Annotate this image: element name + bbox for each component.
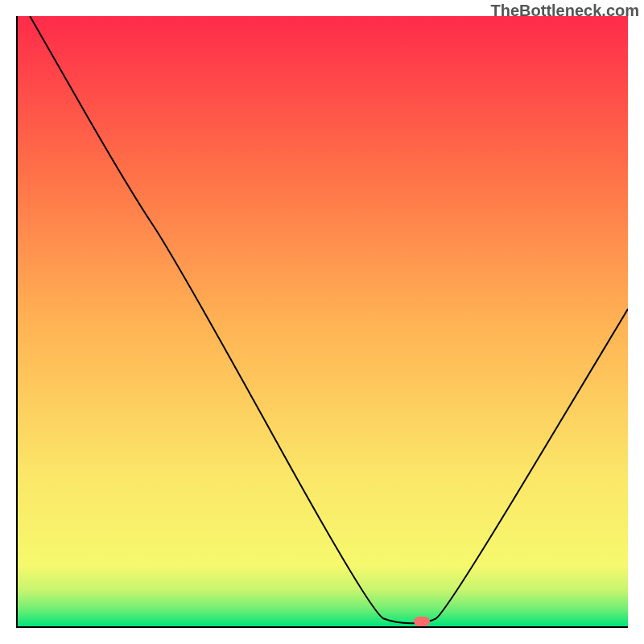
watermark-text: TheBottleneck.com bbox=[491, 2, 639, 20]
bottleneck-curve bbox=[30, 16, 628, 623]
curve-layer bbox=[18, 16, 628, 626]
optimal-marker bbox=[414, 617, 430, 626]
plot-area bbox=[16, 16, 628, 628]
chart-container: TheBottleneck.com bbox=[0, 0, 644, 644]
